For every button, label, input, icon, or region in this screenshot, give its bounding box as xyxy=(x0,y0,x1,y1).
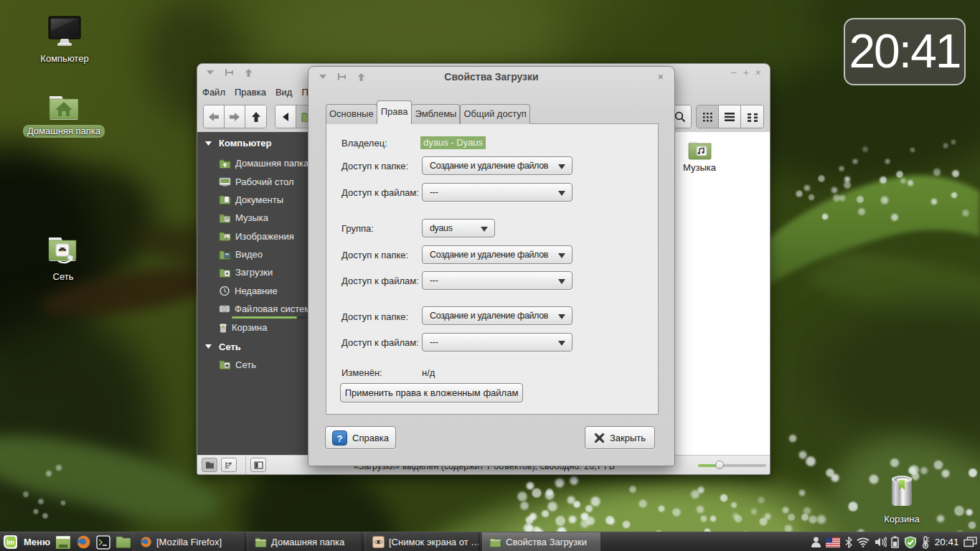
svg-text:?: ? xyxy=(337,433,343,443)
svg-text:lm: lm xyxy=(6,538,14,546)
